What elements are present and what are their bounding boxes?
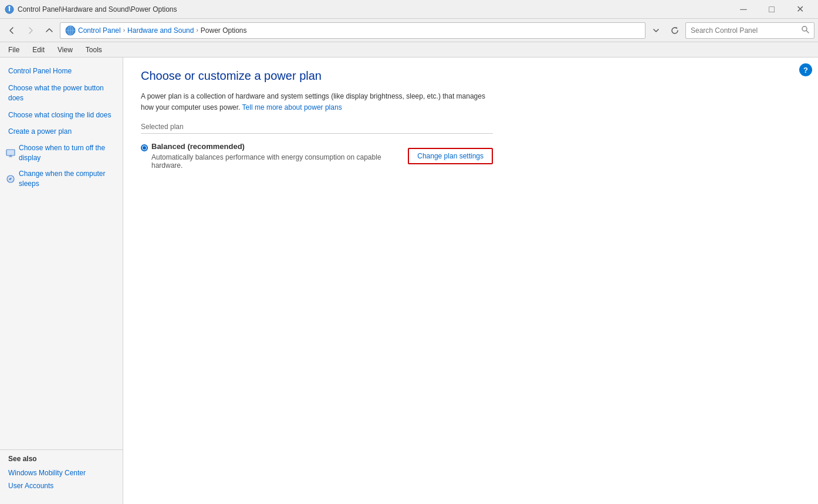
maximize-button[interactable]: □ [758, 0, 785, 19]
refresh-button[interactable] [667, 22, 683, 39]
page-title: Choose or customize a power plan [141, 69, 800, 83]
breadcrumb-hardware-sound[interactable]: Hardware and Sound [127, 26, 194, 35]
window-controls: ─ □ ✕ [730, 0, 813, 19]
see-also-windows-mobility[interactable]: Windows Mobility Center [8, 466, 114, 479]
sidebar-item-create-plan[interactable]: Create a power plan [0, 123, 123, 140]
search-box [685, 22, 814, 39]
address-bar: Control Panel › Hardware and Sound › Pow… [0, 19, 818, 42]
plan-info: Balanced (recommended) Automatically bal… [141, 142, 408, 170]
plan-row: Balanced (recommended) Automatically bal… [141, 136, 493, 175]
menu-file[interactable]: File [2, 45, 25, 55]
breadcrumb-sep-1: › [123, 27, 125, 33]
learn-more-link[interactable]: Tell me more about power plans [242, 103, 342, 111]
see-also-title: See also [8, 455, 114, 463]
section-header: Selected plan [141, 123, 493, 134]
see-also-user-accounts[interactable]: User Accounts [8, 479, 114, 492]
globe-icon [65, 25, 76, 36]
menu-edit[interactable]: Edit [26, 45, 50, 55]
forward-button[interactable] [22, 22, 39, 39]
page-description: A power plan is a collection of hardware… [141, 91, 493, 113]
sidebar-item-home[interactable]: Control Panel Home [0, 62, 123, 80]
plan-name: Balanced (recommended) [151, 142, 245, 151]
sleep-icon [6, 174, 15, 184]
sidebar-item-computer-sleeps[interactable]: Change when the computer sleeps [0, 166, 123, 192]
up-button[interactable] [41, 22, 58, 39]
close-button[interactable]: ✕ [786, 0, 813, 19]
back-button[interactable] [4, 22, 20, 39]
title-bar: Control Panel\Hardware and Sound\Power O… [0, 0, 818, 19]
display-icon [6, 148, 15, 158]
sidebar: Control Panel Home Choose what the power… [0, 57, 123, 504]
sidebar-item-closing-lid[interactable]: Choose what closing the lid does [0, 107, 123, 124]
svg-rect-1 [9, 8, 10, 11]
menu-tools[interactable]: Tools [80, 45, 108, 55]
sidebar-item-computer-sleeps-label: Change when the computer sleeps [19, 169, 117, 189]
svg-line-7 [806, 31, 809, 33]
change-plan-settings-button[interactable]: Change plan settings [408, 148, 493, 164]
sidebar-item-turn-off-display-label: Choose when to turn off the display [19, 143, 117, 163]
minimize-button[interactable]: ─ [730, 0, 757, 19]
sidebar-item-turn-off-display[interactable]: Choose when to turn off the display [0, 140, 123, 166]
breadcrumb-power-options: Power Options [201, 26, 247, 35]
main-layout: Control Panel Home Choose what the power… [0, 57, 818, 504]
help-button[interactable]: ? [799, 63, 812, 76]
plan-radio-indicator [141, 144, 148, 151]
sidebar-nav: Control Panel Home Choose what the power… [0, 62, 123, 191]
search-icon [802, 26, 809, 35]
see-also-section: See also Windows Mobility Center User Ac… [0, 449, 123, 499]
app-icon [5, 5, 14, 14]
window-title: Control Panel\Hardware and Sound\Power O… [18, 5, 730, 13]
breadcrumb: Control Panel › Hardware and Sound › Pow… [60, 22, 645, 39]
sidebar-item-power-button[interactable]: Choose what the power button does [0, 80, 123, 107]
plan-name-row: Balanced (recommended) [141, 142, 408, 153]
svg-rect-8 [6, 150, 15, 155]
breadcrumb-control-panel[interactable]: Control Panel [78, 26, 121, 35]
breadcrumb-sep-2: › [196, 27, 198, 33]
search-input[interactable] [691, 26, 802, 35]
content-area: ? Choose or customize a power plan A pow… [123, 57, 818, 504]
menu-bar: File Edit View Tools [0, 42, 818, 57]
breadcrumb-dropdown-button[interactable] [648, 22, 664, 39]
plan-description: Automatically balances performance with … [151, 153, 381, 170]
menu-view[interactable]: View [52, 45, 79, 55]
